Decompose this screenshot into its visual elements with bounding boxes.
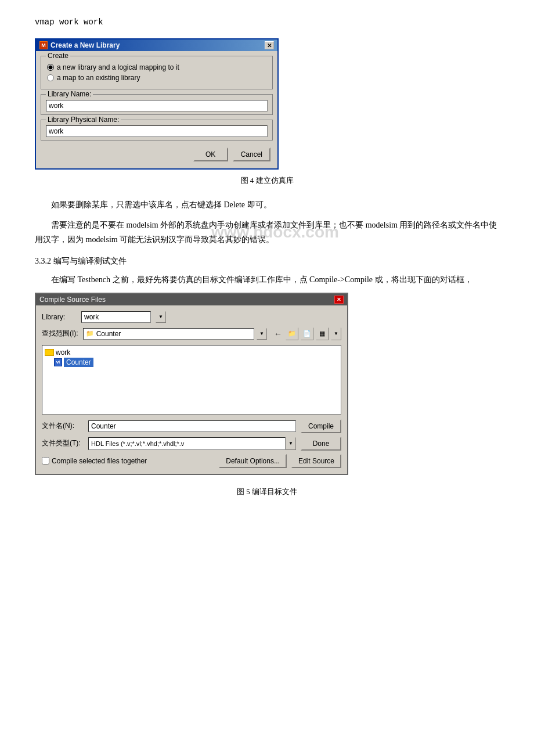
list-item-counter[interactable]: vl Counter	[45, 357, 338, 368]
compile-together-input[interactable]	[42, 457, 49, 465]
file-vl-icon: vl	[54, 358, 62, 366]
toolbar-btn-2[interactable]: 📄	[301, 327, 313, 340]
dialog-title-bar: M Create a New Library ✕	[36, 39, 277, 51]
search-dropdown-arrow[interactable]: ▼	[257, 328, 267, 340]
library-physical-label: Library Physical Name:	[46, 116, 121, 124]
paragraph-warning: 需要注意的是不要在 modelsim 外部的系统盘内手动创建库或者添加文件到库里…	[35, 218, 499, 247]
back-arrow-icon: ←	[274, 329, 282, 339]
filetype-label: 文件类型(T):	[42, 438, 88, 448]
radio-existing-library-label: a map to an existing library	[57, 74, 140, 82]
dialog-title: Create a New Library	[50, 41, 120, 49]
cancel-button[interactable]: Cancel	[233, 147, 270, 161]
filename-row: 文件名(N): Compile	[42, 419, 341, 433]
compile-title: Compile Source Files	[39, 296, 106, 304]
toolbar-btn-1[interactable]: 📁	[286, 327, 298, 340]
list-item-work: work	[45, 348, 338, 357]
library-name-label: Library Name:	[46, 90, 93, 98]
file-name-counter: Counter	[64, 358, 93, 367]
compile-button[interactable]: Compile	[301, 419, 341, 433]
library-label: Library:	[42, 313, 77, 321]
toolbar-btn-3[interactable]: ▦	[316, 327, 329, 340]
toolbar-dropdown[interactable]: ▼	[331, 327, 341, 340]
library-name-input[interactable]	[46, 100, 268, 111]
dialog-close-button[interactable]: ✕	[265, 41, 274, 49]
caption-figure4: 图 4 建立仿真库	[35, 175, 499, 186]
toolbar-area: ← 📁 📄 ▦ ▼	[274, 327, 341, 340]
default-options-button[interactable]: Default Options...	[219, 454, 287, 468]
library-row: Library: ▼	[42, 311, 341, 323]
radio-new-library-label: a new library and a logical mapping to i…	[57, 63, 179, 71]
create-group: Create a new library and a logical mappi…	[41, 56, 273, 89]
file-list-area: work vl Counter	[42, 345, 341, 415]
filetype-dropdown-arrow[interactable]: ▼	[286, 437, 296, 450]
folder-name-work: work	[56, 348, 70, 357]
compile-dialog: Compile Source Files ✕ Library: ▼ 查找范围(I…	[35, 293, 348, 475]
folder-icon-search: 📁	[86, 330, 94, 337]
search-row: 查找范围(I): 📁 Counter ▼ ← 📁 📄 ▦ ▼	[42, 327, 341, 340]
filename-input[interactable]	[88, 420, 296, 432]
compile-together-checkbox[interactable]: Compile selected files together	[42, 457, 147, 465]
section-heading: 3.3.2 编写与编译测试文件	[35, 256, 499, 267]
compile-together-label: Compile selected files together	[52, 457, 147, 465]
library-name-group: Library Name:	[41, 94, 273, 115]
vmap-text: vmap work work	[35, 17, 499, 27]
dialog-title-icon: M	[39, 41, 48, 49]
filetype-row: 文件类型(T): ▼ Done	[42, 437, 341, 451]
library-input[interactable]	[81, 311, 151, 323]
filename-label: 文件名(N):	[42, 421, 88, 431]
folder-icon-work	[45, 349, 54, 356]
bottom-row: Compile selected files together Default …	[42, 454, 341, 468]
library-physical-group: Library Physical Name:	[41, 120, 273, 141]
paragraph-delete-lib: 如果要删除某库，只需选中该库名，点右键选择 Delete 即可。	[35, 197, 499, 212]
done-button[interactable]: Done	[301, 437, 341, 451]
search-value: Counter	[96, 330, 121, 338]
compile-close-button[interactable]: ✕	[334, 296, 344, 304]
radio-existing-library[interactable]: a map to an existing library	[47, 74, 266, 82]
create-group-label: Create	[46, 52, 70, 60]
paragraph-testbench-intro: 在编写 Testbench 之前，最好先将要仿真的目标文件编译到工作库中，点 C…	[35, 272, 499, 287]
search-label: 查找范围(I):	[42, 329, 78, 339]
compile-title-bar: Compile Source Files ✕	[36, 294, 347, 305]
radio-new-library-input[interactable]	[47, 64, 54, 71]
dialog-button-row: OK Cancel	[41, 145, 273, 164]
caption-figure5: 图 5 编译目标文件	[35, 487, 499, 497]
filetype-select[interactable]	[88, 437, 286, 450]
radio-new-library[interactable]: a new library and a logical mapping to i…	[47, 63, 266, 71]
radio-existing-library-input[interactable]	[47, 74, 54, 81]
library-dropdown-arrow[interactable]: ▼	[156, 311, 166, 323]
library-physical-input[interactable]	[46, 125, 268, 137]
edit-source-button[interactable]: Edit Source	[291, 454, 341, 468]
ok-button[interactable]: OK	[193, 147, 228, 161]
create-library-dialog: M Create a New Library ✕ Create a new li…	[35, 38, 279, 170]
